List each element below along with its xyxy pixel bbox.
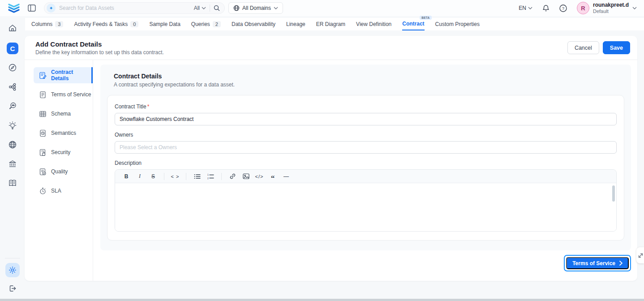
ai-sparkle-icon[interactable]: ✦ — [47, 4, 56, 13]
bold-icon[interactable]: B — [120, 172, 132, 181]
domains-selector[interactable]: All Domains — [228, 2, 283, 14]
search-scope-label: All — [194, 5, 200, 11]
avatar: R — [577, 2, 589, 14]
global-search[interactable]: ✦ All — [44, 2, 225, 14]
tab-activity-feeds[interactable]: Activity Feeds & Tasks 0 — [74, 18, 138, 30]
link-icon[interactable] — [227, 172, 238, 181]
nav-item-sla[interactable]: SLA — [34, 183, 93, 199]
nav-item-quality[interactable]: Quality — [34, 163, 93, 180]
gear-icon — [9, 266, 17, 274]
document-edit-icon — [39, 72, 47, 79]
tab-sample-data[interactable]: Sample Data — [149, 18, 180, 30]
notifications-bell-icon[interactable] — [542, 4, 550, 12]
divider — [210, 4, 210, 12]
beta-badge: BETA — [420, 16, 431, 20]
chevron-down-icon — [202, 7, 206, 9]
contract-details-form: Contract Title* Owners Description B I S… — [107, 95, 624, 241]
description-label: Description — [115, 160, 617, 166]
numbered-list-icon[interactable]: 1 2 — [205, 172, 216, 181]
blockquote-icon[interactable]: “ — [267, 172, 279, 181]
sidebar-item-glossary[interactable] — [8, 178, 17, 188]
tab-er-diagram[interactable]: ER Diagram — [316, 18, 345, 30]
tab-custom-properties[interactable]: Custom Properties — [435, 18, 480, 30]
search-input[interactable] — [59, 5, 190, 11]
horizontal-rule-icon[interactable]: — — [280, 172, 292, 181]
sidebar-item-explore[interactable] — [8, 63, 17, 73]
focus-highlight-ring: Terms of Service — [564, 255, 631, 271]
save-button[interactable]: Save — [603, 41, 630, 54]
user-menu[interactable]: R rounakpreet.d Default — [577, 2, 637, 14]
sidebar-item-lineage[interactable] — [8, 82, 17, 92]
code-block-icon[interactable]: </> — [253, 172, 265, 181]
bulleted-list-icon[interactable] — [191, 172, 203, 181]
logout-icon — [9, 284, 17, 292]
next-step-terms-of-service-button[interactable]: Terms of Service — [566, 257, 629, 269]
network-share-icon — [9, 86, 11, 88]
divider — [186, 173, 186, 180]
page-title: Add Contract Details — [35, 40, 164, 48]
document-check-icon — [39, 168, 47, 176]
tab-count-badge: 2 — [213, 21, 221, 27]
image-icon[interactable] — [240, 172, 252, 181]
inline-code-icon[interactable]: < > — [169, 172, 181, 181]
search-scope-dropdown[interactable]: All — [194, 5, 206, 11]
stopwatch-icon — [39, 187, 47, 195]
expand-icon — [638, 253, 643, 258]
nav-item-schema[interactable]: Schema — [34, 106, 93, 122]
language-selector[interactable]: EN — [519, 5, 532, 11]
side-panel-handle[interactable] — [636, 247, 644, 263]
tab-contract[interactable]: Contract BETA — [402, 18, 424, 30]
divider — [221, 173, 222, 180]
tab-lineage[interactable]: Lineage — [286, 18, 305, 30]
sidebar-item-governance[interactable] — [8, 159, 17, 169]
entity-tab-bar: Columns 3 Activity Feeds & Tasks 0 Sampl… — [25, 18, 644, 30]
home-icon — [9, 25, 16, 31]
owners-select-input[interactable] — [115, 141, 617, 154]
document-lock-icon — [39, 149, 47, 156]
chevron-down-icon — [632, 7, 637, 9]
tab-view-definition[interactable]: View Definition — [356, 18, 391, 30]
nav-item-security[interactable]: Security — [34, 144, 93, 160]
sidebar-item-logout[interactable] — [8, 284, 17, 293]
lightbulb-icon — [11, 124, 14, 127]
tab-data-observability[interactable]: Data Observability — [232, 18, 275, 30]
help-icon[interactable]: ? — [559, 4, 567, 12]
app-logo-icon[interactable] — [7, 2, 21, 14]
tab-columns[interactable]: Columns 3 — [31, 18, 63, 30]
sidebar-item-observability[interactable] — [8, 101, 17, 111]
description-editor: B I S < > — [115, 169, 617, 232]
svg-text:1: 1 — [207, 174, 209, 176]
section-subtitle: A contract specifying expectations for a… — [114, 82, 624, 88]
nav-item-contract-details[interactable]: Contract Details — [34, 67, 93, 83]
editor-scrollbar[interactable] — [612, 185, 615, 202]
description-editor-content[interactable] — [115, 183, 616, 231]
bank-icon — [9, 161, 16, 163]
app-sidebar: C — [0, 16, 25, 299]
divider — [5, 258, 20, 258]
cancel-button[interactable]: Cancel — [567, 41, 599, 54]
contract-editor-card: Add Contract Details Define the key info… — [25, 36, 637, 281]
sidebar-item-collate-ai[interactable]: C — [7, 43, 18, 54]
contract-step-nav: Contract Details Terms of Service Schema… — [25, 60, 93, 281]
sidebar-item-settings[interactable] — [5, 263, 20, 277]
italic-icon[interactable]: I — [134, 172, 146, 181]
sidebar-toggle-icon[interactable] — [28, 4, 36, 12]
nav-item-terms-of-service[interactable]: Terms of Service — [34, 86, 93, 103]
owners-label: Owners — [115, 132, 617, 138]
search-icon[interactable] — [214, 5, 220, 11]
nav-item-semantics[interactable]: Semantics — [34, 125, 93, 141]
strikethrough-icon[interactable]: S — [147, 172, 159, 181]
chevron-down-icon — [528, 7, 532, 9]
document-lines-icon — [39, 91, 47, 99]
table-grid-icon — [39, 110, 47, 118]
sidebar-item-domains[interactable] — [8, 140, 17, 150]
section-title: Contract Details — [114, 73, 624, 80]
document-clock-icon — [39, 129, 47, 137]
tab-queries[interactable]: Queries 2 — [191, 18, 221, 30]
screen-bottom-strip — [0, 299, 644, 301]
contract-title-input[interactable] — [115, 113, 617, 125]
sidebar-item-insights[interactable] — [8, 120, 17, 130]
sidebar-item-home[interactable] — [8, 23, 17, 33]
top-navigation-bar: ✦ All All Domains EN ? R — [0, 0, 644, 16]
divider — [164, 173, 164, 180]
